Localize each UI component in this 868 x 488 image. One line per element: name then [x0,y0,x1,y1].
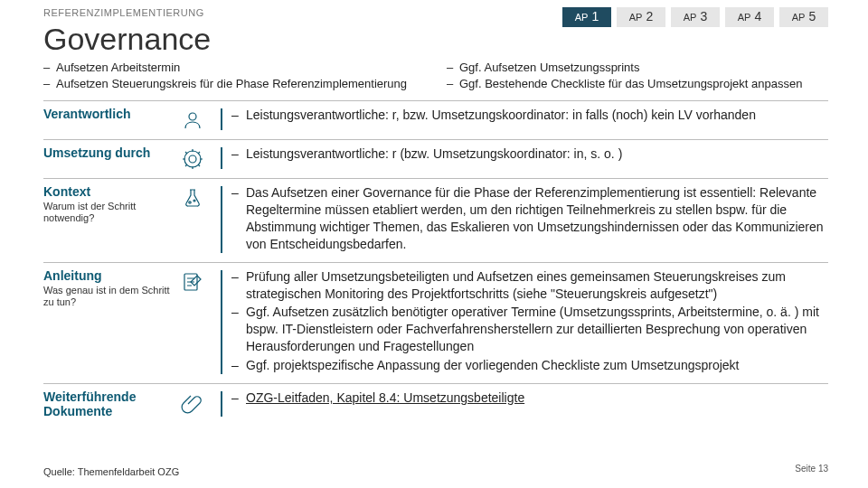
tab-number: 4 [754,9,761,23]
list-item: OZG-Leitfaden, Kapitel 8.4: Umsetzungsbe… [231,389,828,407]
svg-point-3 [189,202,191,203]
tab-ap1[interactable]: AP 1 [562,7,611,27]
list-item: Das Aufsetzen einer Governance für die P… [231,184,828,253]
section-sublabel: Warum ist der Schritt notwendig? [43,201,181,224]
tab-number: 5 [808,9,816,23]
flask-icon [181,184,221,255]
svg-point-0 [189,113,196,120]
tab-ap2[interactable]: AP 2 [617,7,665,27]
section-label: Verantwortlich [43,107,181,121]
list-item: Leistungsverantwortliche: r, bzw. Umsetz… [231,107,828,124]
list-item: Ggf. Aufsetzen Umsetzungssprints [447,60,828,76]
list-item: Aufsetzen Arbeitstermin [43,60,425,76]
section-label: Anleitung [43,268,181,283]
tab-ap3[interactable]: AP 3 [671,7,720,27]
page-number: 13 [818,464,828,474]
footer-page: Seite 13 [795,464,828,474]
tab-number: 2 [646,9,653,23]
footer-source: Quelle: Themenfeldarbeit OZG [43,466,179,477]
tab-bar: AP 1 AP 2 AP 3 AP 4 AP 5 [562,7,828,27]
section-label: Umsetzung durch [43,145,181,160]
section-umsetzung: Umsetzung durch Leistungsverantwortliche… [43,139,828,178]
tab-ap5[interactable]: AP 5 [779,7,828,27]
divider [221,270,222,374]
svg-point-4 [193,200,195,202]
page-title: Governance [43,22,211,57]
section-kontext: Kontext Warum ist der Schritt notwendig?… [43,178,828,262]
list-item: Ggf. Aufsetzen zusätzlich benötigter ope… [231,304,828,355]
list-item: Ggf. projektspezifische Anpassung der vo… [231,357,828,374]
tab-number: 1 [591,9,599,23]
svg-point-1 [189,155,196,163]
section-dokumente: Weiterführende Dokumente OZG-Leitfaden, … [43,383,828,426]
intro-bullets: Aufsetzen Arbeitstermin Aufsetzen Steuer… [43,60,828,91]
tab-prefix: AP [629,12,643,23]
document-link[interactable]: OZG-Leitfaden, Kapitel 8.4: Umsetzungsbe… [246,390,524,405]
tab-number: 3 [700,9,707,23]
tab-ap4[interactable]: AP 4 [725,7,774,27]
section-label: Kontext [43,184,181,199]
section-sublabel: Was genau ist in dem Schritt zu tun? [43,285,181,308]
intro-bullets-right: Ggf. Aufsetzen Umsetzungssprints Ggf. Be… [447,60,828,91]
list-item: Ggf. Bestehende Checkliste für das Umset… [447,76,828,92]
divider [221,186,222,253]
divider [221,391,222,417]
gear-icon [181,145,221,171]
section-label: Weiterführende Dokumente [43,389,181,418]
checklist-icon [181,268,221,376]
list-item: Prüfung aller Umsetzungsbeteiligten und … [231,268,828,303]
tab-prefix: AP [738,12,751,23]
page-label: Seite [795,464,816,474]
divider [221,147,222,169]
person-icon [181,107,221,132]
super-title: REFERENZIMPLEMENTIERUNG [43,7,203,18]
section-verantwortlich: Verantwortlich Leistungsverantwortliche:… [43,100,828,139]
tab-prefix: AP [575,12,589,23]
paperclip-icon [181,389,221,418]
tab-prefix: AP [684,12,697,23]
divider [221,108,222,130]
list-item: Aufsetzen Steuerungskreis für die Phase … [43,76,425,92]
intro-bullets-left: Aufsetzen Arbeitstermin Aufsetzen Steuer… [43,60,425,91]
tab-prefix: AP [792,12,806,23]
section-anleitung: Anleitung Was genau ist in dem Schritt z… [43,262,828,383]
list-item: Leistungsverantwortliche: r (bzw. Umsetz… [231,145,828,163]
